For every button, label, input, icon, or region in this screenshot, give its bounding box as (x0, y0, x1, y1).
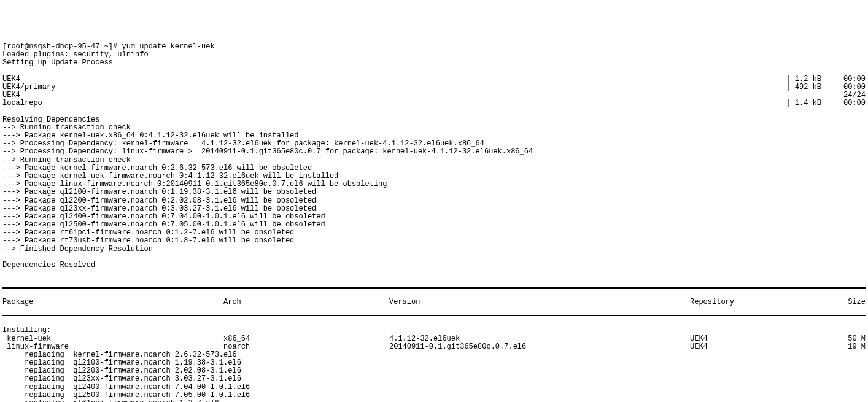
package-size: 50 M (813, 335, 866, 343)
table-body: Installing: kernel-uekx86_644.1.12-32.el… (2, 327, 866, 402)
output-line: Loaded plugins: security, ulninfo (2, 51, 866, 59)
dependency-line: ---> Package ql23xx-firmware.noarch 0:3.… (2, 205, 866, 213)
shell-prompt: [root@nsgsh-dhcp-95-47 ~]# (2, 42, 122, 51)
package-repo: UEK4 (690, 343, 813, 351)
dependency-line: Dependencies Resolved (2, 261, 866, 269)
repo-line: localrepo| 1.4 kB 00:00 (2, 99, 866, 107)
repo-name: localrepo (2, 99, 42, 107)
repo-line: UEK424/24 (2, 91, 866, 99)
dependency-line (2, 269, 866, 277)
dependency-line: --> Finished Dependency Resolution (2, 245, 866, 253)
package-version: 4.1.12-32.el6uek (389, 335, 690, 343)
replacing-line: replacing rt61pci-firmware.noarch 1.2-7.… (2, 400, 866, 402)
repo-status: | 1.4 kB 00:00 (786, 99, 866, 107)
table-header-row: PackageArchVersionRepositorySize (2, 298, 866, 306)
repo-status: | 1.2 kB 00:00 (786, 75, 866, 83)
package-arch: noarch (223, 343, 389, 351)
dependency-block: Resolving Dependencies--> Running transa… (2, 116, 866, 278)
repo-line: UEK4/primary| 492 kB 00:00 (2, 83, 866, 91)
package-version: 20140911-0.1.git365e80c.0.7.el6 (389, 343, 690, 351)
package-name: kernel-uek (2, 335, 223, 343)
dependency-line: ---> Package ql2200-firmware.noarch 0:2.… (2, 197, 866, 205)
table-row: linux-firmwarenoarch20140911-0.1.git365e… (2, 343, 866, 351)
dependency-line (2, 253, 866, 261)
section-title: Installing: (2, 327, 866, 334)
package-repo: UEK4 (690, 335, 813, 343)
command-text: yum update kernel-uek (122, 42, 214, 51)
replacing-line: replacing ql23xx-firmware.noarch 3.03.27… (2, 375, 866, 383)
dependency-line: ---> Package ql2100-firmware.noarch 0:1.… (2, 188, 866, 196)
header-repository: Repository (690, 298, 813, 306)
terminal-output: [root@nsgsh-dhcp-95-47 ~]# yum update ke… (2, 35, 866, 402)
dependency-line: Resolving Dependencies (2, 116, 866, 124)
header-package: Package (2, 298, 223, 306)
package-size: 19 M (813, 343, 866, 351)
table-header-divider (2, 315, 866, 317)
dependency-line: --> Running transaction check (2, 157, 866, 164)
table-top-divider (2, 287, 866, 289)
output-line: Setting up Update Process (2, 59, 866, 67)
repo-line: UEK4| 1.2 kB 00:00 (2, 75, 866, 83)
dependency-line: --> Processing Dependency: linux-firmwar… (2, 148, 866, 156)
repo-name: UEK4 (2, 75, 20, 83)
header-size: Size (813, 298, 866, 306)
package-arch: x86_64 (223, 335, 389, 343)
dependency-line: ---> Package rt73usb-firmware.noarch 0:1… (2, 237, 866, 245)
preamble-block: Loaded plugins: security, ulninfoSetting… (2, 51, 866, 67)
header-arch: Arch (223, 298, 389, 306)
header-version: Version (389, 298, 690, 306)
package-name: linux-firmware (2, 343, 223, 351)
repo-block: UEK4| 1.2 kB 00:00UEK4/primary| 492 kB 0… (2, 75, 866, 108)
dependency-line: ---> Package kernel-firmware.noarch 0:2.… (2, 164, 866, 172)
replacing-line: replacing ql2400-firmware.noarch 7.04.00… (2, 384, 866, 392)
table-row: kernel-uekx86_644.1.12-32.el6uekUEK450 M (2, 335, 866, 343)
